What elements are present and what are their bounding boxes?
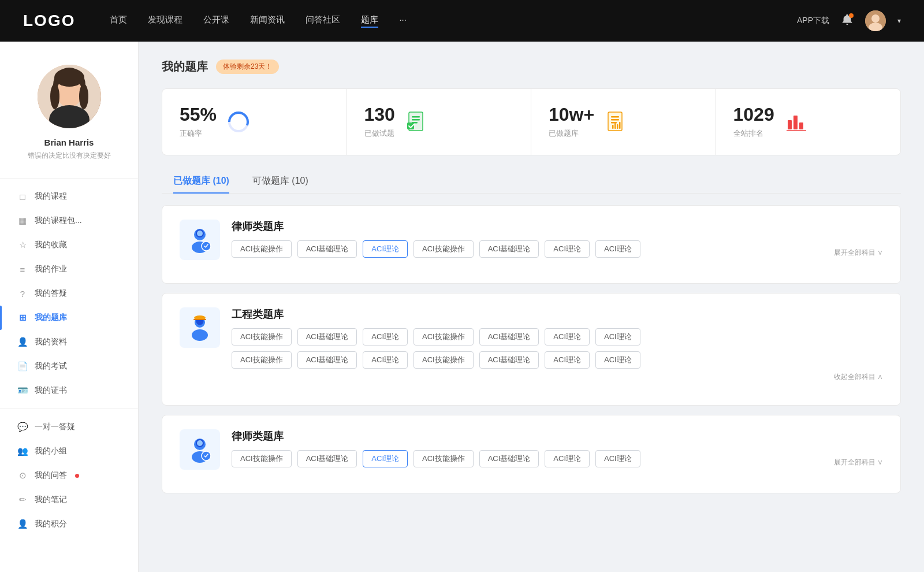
nav-links: 首页 发现课程 公开课 新闻资讯 问答社区 题库 ··· [110,14,774,28]
star-icon: ☆ [17,240,28,250]
sidebar-item-homework[interactable]: ≡ 我的作业 [0,257,138,281]
nav-open-course[interactable]: 公开课 [203,14,229,28]
tag-1-1-1[interactable]: ACI基础理论 [297,351,357,369]
app-download[interactable]: APP下载 [797,16,829,26]
svg-rect-15 [412,116,420,118]
tag-1-1-5[interactable]: ACI理论 [545,351,590,369]
tag-0-0-2[interactable]: ACI理论 [363,240,408,258]
tag-1-0-6[interactable]: ACI理论 [595,328,640,346]
sidebar-item-cert-label: 我的证书 [35,385,67,396]
stat-done-qbanks-label: 已做题库 [549,128,594,139]
sidebar-item-course-label: 我的课程 [35,191,67,202]
svg-point-7 [50,84,59,109]
tab-done[interactable]: 已做题库 (10) [162,169,241,193]
tag-1-1-4[interactable]: ACI基础理论 [479,351,539,369]
expand-link-0[interactable]: 展开全部科目 ∨ [834,248,883,258]
tag-0-0-6[interactable]: ACI理论 [595,240,640,258]
course-icon: □ [17,191,28,202]
stat-accuracy-label: 正确率 [180,128,217,139]
sidebar-item-data[interactable]: 👤 我的资料 [0,330,138,354]
qbank-card-0: 律师类题库 ACI技能操作 ACI基础理论 ACI理论 ACI技能操作 ACI基… [162,205,901,284]
qbank-name-2: 律师类题库 [232,429,883,443]
tag-0-0-1[interactable]: ACI基础理论 [297,240,357,258]
sidebar-item-notes[interactable]: ✏ 我的笔记 [0,488,138,512]
qbank-name-1: 工程类题库 [232,307,883,321]
stat-ranking-label: 全站排名 [733,128,774,139]
qbank-tags-section-2: 律师类题库 ACI技能操作 ACI基础理论 ACI理论 ACI技能操作 ACI基… [232,429,883,467]
tag-2-0-5[interactable]: ACI理论 [545,450,590,467]
user-avatar[interactable] [865,10,886,31]
sidebar-item-one-on-one[interactable]: 💬 一对一答疑 [0,415,138,439]
main-layout: Brian Harris 错误的决定比没有决定要好 □ 我的课程 ▦ 我的课程包… [0,42,924,572]
stat-done-questions-label: 已做试题 [364,128,395,139]
myqa-icon: ⊙ [17,470,28,481]
navbar-right: APP下载 ▾ [797,10,901,31]
sidebar-item-one-on-one-label: 一对一答疑 [35,422,75,432]
tags-row-0-0: ACI技能操作 ACI基础理论 ACI理论 ACI技能操作 ACI基础理论 AC… [232,240,883,258]
collapse-link-1[interactable]: 收起全部科目 ∧ [232,372,883,382]
tag-2-0-4[interactable]: ACI基础理论 [479,450,539,467]
tag-1-0-3[interactable]: ACI技能操作 [413,328,474,346]
qa-icon: ? [17,288,28,299]
sidebar-item-group[interactable]: 👥 我的小组 [0,439,138,463]
sidebar-item-package[interactable]: ▦ 我的课程包... [0,209,138,233]
qbank-icon-wrap-0 [180,220,220,260]
tag-1-0-4[interactable]: ACI基础理论 [479,328,539,346]
tag-2-0-3[interactable]: ACI技能操作 [413,450,474,467]
tag-0-0-5[interactable]: ACI理论 [545,240,590,258]
svg-point-38 [192,329,208,341]
sidebar-item-answer[interactable]: ? 我的答疑 [0,281,138,306]
svg-rect-22 [611,119,619,121]
tag-2-0-0[interactable]: ACI技能操作 [232,450,292,467]
doc-orange-icon [605,111,627,133]
tag-1-1-3[interactable]: ACI技能操作 [413,351,474,369]
tag-0-0-0[interactable]: ACI技能操作 [232,240,292,258]
sidebar-item-collect-label: 我的收藏 [35,240,67,250]
tag-1-0-0[interactable]: ACI技能操作 [232,328,292,346]
sidebar-item-exam[interactable]: 📄 我的考试 [0,354,138,378]
sidebar-item-myqa[interactable]: ⊙ 我的问答 [0,463,138,488]
sidebar-item-course[interactable]: □ 我的课程 [0,184,138,209]
content-tabs: 已做题库 (10) 可做题库 (10) [162,169,901,194]
sidebar-item-points[interactable]: 👤 我的积分 [0,512,138,536]
stat-done-qbanks-icon [603,109,629,135]
tag-0-0-3[interactable]: ACI技能操作 [413,240,474,258]
qbank-icon-wrap-2 [180,429,220,470]
nav-home[interactable]: 首页 [110,14,127,28]
nav-discover[interactable]: 发现课程 [148,14,182,28]
page-header: 我的题库 体验剩余23天！ [162,59,901,75]
bell-button[interactable] [841,13,854,28]
svg-rect-27 [619,122,621,129]
tab-available[interactable]: 可做题库 (10) [241,169,320,193]
nav-qbank[interactable]: 题库 [361,14,378,28]
sidebar-item-qbank[interactable]: ⊞ 我的题库 [0,306,138,330]
expand-link-2[interactable]: 展开全部科目 ∨ [834,458,883,467]
sidebar-item-collect[interactable]: ☆ 我的收藏 [0,233,138,257]
nav-more[interactable]: ··· [399,14,407,28]
profile-name: Brian Harris [44,138,94,147]
tag-1-1-0[interactable]: ACI技能操作 [232,351,292,369]
tags-row-1-0: ACI技能操作 ACI基础理论 ACI理论 ACI技能操作 ACI基础理论 AC… [232,328,883,346]
svg-rect-30 [799,122,803,129]
tag-1-0-1[interactable]: ACI基础理论 [297,328,357,346]
page-title: 我的题库 [162,59,208,75]
avatar-dropdown-arrow[interactable]: ▾ [897,17,901,25]
nav-news[interactable]: 新闻资讯 [250,14,285,28]
tag-1-0-5[interactable]: ACI理论 [545,328,590,346]
svg-rect-16 [412,119,420,121]
tag-2-0-1[interactable]: ACI基础理论 [297,450,357,467]
sidebar-item-answer-label: 我的答疑 [35,288,67,299]
sidebar-item-cert[interactable]: 🪪 我的证书 [0,378,138,403]
tag-1-0-2[interactable]: ACI理论 [363,328,408,346]
tag-1-1-2[interactable]: ACI理论 [363,351,408,369]
tag-0-0-4[interactable]: ACI基础理论 [479,240,539,258]
stat-done-qbanks-text: 10w+ 已做题库 [549,105,594,139]
tag-2-0-6[interactable]: ACI理论 [595,450,640,467]
nav-qa[interactable]: 问答社区 [305,14,340,28]
tag-1-1-6[interactable]: ACI理论 [595,351,640,369]
sidebar-item-notes-label: 我的笔记 [35,495,67,505]
sidebar-divider-1 [0,178,138,179]
bell-notification-dot [849,13,854,18]
tag-2-0-2[interactable]: ACI理论 [363,450,408,467]
qbank-card-1: 工程类题库 ACI技能操作 ACI基础理论 ACI理论 ACI技能操作 ACI基… [162,293,901,406]
